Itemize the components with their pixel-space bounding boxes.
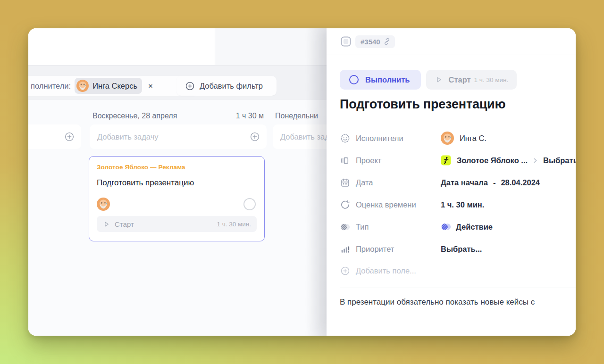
app-window: полнители: Инга Скерсь ×	[28, 28, 576, 336]
project-name: Золотое Яблоко ...	[457, 156, 528, 165]
add-task-field[interactable]	[97, 132, 246, 141]
task-card[interactable]: Золотое Яблоко — Реклама Подготовить пре…	[89, 156, 265, 241]
project-icon	[441, 155, 451, 165]
task-description[interactable]: В презентации обязательно показать новые…	[340, 298, 576, 307]
start-timer-button[interactable]: Старт 1 ч. 30 мин.	[426, 70, 517, 90]
column-header-sunday: Воскресенье, 28 апреля 1 ч 30 м	[90, 111, 267, 121]
field-row-date[interactable]: Дата Дата начала - 28.04.2024	[340, 175, 576, 190]
complete-button-label: Выполнить	[365, 75, 410, 84]
board-panel: полнители: Инга Скерсь ×	[28, 28, 327, 336]
estimate-value[interactable]: 1 ч. 30 мин.	[441, 200, 484, 209]
calendar-icon	[340, 177, 350, 188]
board-area: Воскресенье, 28 апреля 1 ч 30 м Понедель…	[28, 100, 327, 336]
assignee-avatar	[441, 132, 454, 145]
assignee-filter[interactable]: полнители: Инга Скерсь ×	[28, 76, 198, 96]
plus-circle-icon[interactable]	[64, 132, 75, 142]
task-title[interactable]: Подготовить презентацию	[340, 97, 505, 112]
circle-status-icon	[349, 75, 359, 84]
start-button-label: Старт	[448, 75, 470, 84]
field-label: Проект	[356, 156, 441, 165]
add-field-label: Добавить поле...	[356, 266, 416, 275]
remove-filter-icon[interactable]: ×	[148, 82, 153, 90]
task-card-avatar	[97, 198, 110, 211]
board-select-label[interactable]: Выбрать...	[543, 156, 576, 165]
assignee-chip[interactable]: Инга Скерсь	[75, 78, 142, 94]
add-task-field[interactable]	[280, 132, 332, 141]
add-field-button[interactable]: Добавить поле...	[340, 264, 576, 278]
complete-button[interactable]: Выполнить	[340, 70, 421, 90]
boards-icon	[340, 155, 350, 165]
priority-select-label[interactable]: Выбрать...	[441, 245, 482, 254]
add-filter-label: Добавить фильтр	[200, 82, 263, 91]
top-strip	[28, 28, 327, 65]
complete-circle-icon[interactable]	[243, 198, 256, 210]
field-row-project[interactable]: Проект Золотое Яблоко ... Выбрат	[340, 153, 576, 167]
type-value[interactable]: Действие	[456, 223, 493, 232]
field-label: Исполнители	[356, 134, 441, 143]
add-task-field[interactable]	[28, 132, 60, 141]
task-detail-header: #3540	[327, 28, 576, 55]
field-row-priority[interactable]: Приоритет Выбрать...	[340, 242, 576, 256]
date-start-label: Дата начала	[441, 178, 488, 187]
start-label: Старт	[115, 220, 134, 228]
column-total-time: 1 ч 30 м	[236, 112, 264, 120]
add-task-input-sunday[interactable]	[90, 124, 267, 149]
play-icon	[102, 220, 110, 228]
clock-restart-icon	[340, 199, 350, 210]
start-button-time: 1 ч. 30 мин.	[474, 76, 509, 83]
task-card-title: Подготовить презентацию	[97, 178, 257, 188]
face-icon	[340, 133, 350, 143]
field-row-type[interactable]: Тип Действие	[340, 220, 576, 234]
filter-bar: полнители: Инга Скерсь ×	[28, 65, 327, 100]
assignee-name: Инга С.	[460, 134, 487, 143]
chevron-right-icon	[532, 157, 538, 164]
date-value[interactable]: 28.04.2024	[501, 178, 540, 187]
field-row-estimate[interactable]: Оценка времени 1 ч. 30 мин.	[340, 198, 576, 212]
task-card-start-button[interactable]: Старт 1 ч. 30 мин.	[97, 216, 257, 232]
plus-circle-icon	[340, 265, 350, 276]
plus-circle-icon	[185, 81, 195, 91]
task-id-pill[interactable]: #3540	[355, 35, 395, 48]
estimate-label: 1 ч. 30 мин.	[217, 221, 251, 228]
play-icon	[435, 75, 443, 84]
field-label: Оценка времени	[356, 200, 441, 209]
type-circle-icon	[340, 222, 350, 232]
checkbox-icon[interactable]	[341, 36, 351, 47]
field-row-assignees[interactable]: Исполнители Инга С.	[340, 131, 576, 145]
section-divider	[340, 288, 576, 288]
field-label: Дата	[356, 178, 441, 187]
assignee-filter-label: полнители:	[31, 82, 71, 91]
field-label: Приоритет	[356, 245, 441, 254]
add-task-input-prev-column[interactable]	[28, 124, 81, 149]
task-detail-panel: #3540 Выполнить Старт	[327, 28, 576, 336]
date-dash: -	[493, 178, 496, 187]
type-circle-blue-icon	[441, 222, 451, 232]
column-header-monday: Понедельни	[275, 111, 318, 121]
priority-bars-icon	[340, 244, 350, 254]
assignee-avatar	[76, 80, 89, 92]
field-label: Тип	[356, 223, 441, 232]
add-filter-button[interactable]: Добавить фильтр	[176, 76, 277, 96]
top-strip-right-zone	[215, 28, 327, 65]
plus-circle-icon[interactable]	[250, 132, 260, 142]
link-icon	[383, 38, 391, 45]
column-day-label: Воскресенье, 28 апреля	[92, 112, 177, 120]
task-id: #3540	[361, 38, 380, 46]
column-day-label: Понедельни	[275, 112, 318, 120]
task-card-project-label: Золотое Яблоко — Реклама	[97, 164, 257, 171]
assignee-chip-name: Инга Скерсь	[92, 82, 137, 91]
